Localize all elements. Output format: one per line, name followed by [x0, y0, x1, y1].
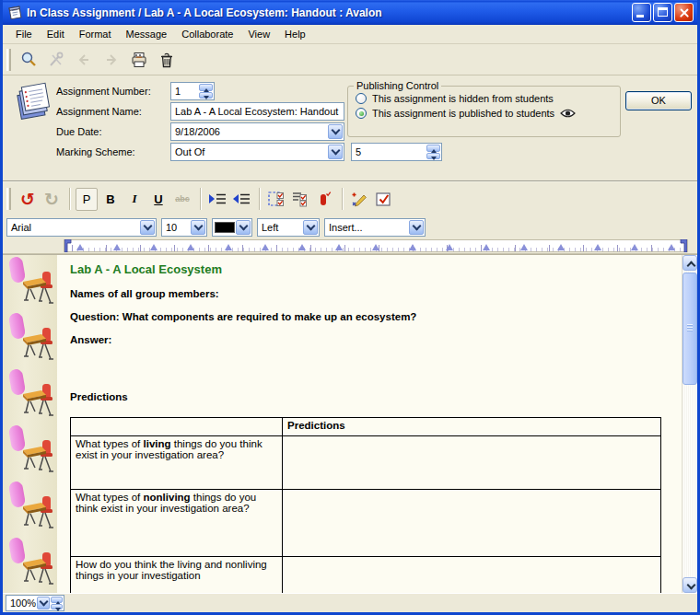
assignment-number-label: Assignment Number:	[56, 86, 151, 97]
checkbox-check-icon[interactable]	[372, 188, 394, 211]
assignment-stack-icon	[12, 79, 52, 122]
zoom-dropdown-icon[interactable]	[37, 597, 50, 609]
insert-dropdown-icon[interactable]	[409, 220, 424, 235]
format-toolbar-grip[interactable]	[6, 188, 11, 210]
question-cell: What types of living things do you think…	[71, 436, 283, 490]
zoom-value: 100%	[10, 598, 36, 609]
underline-button[interactable]: U	[147, 188, 169, 211]
alignment-value: Left	[262, 222, 278, 233]
alignment-combobox[interactable]: Left	[257, 218, 320, 237]
insert-combobox[interactable]: Insert...	[324, 218, 426, 237]
table-row: How do you think the living and nonlivin…	[71, 557, 661, 594]
back-arrow-icon	[72, 48, 96, 72]
paragraph-button[interactable]: P	[76, 188, 98, 211]
font-color-combobox[interactable]	[212, 218, 252, 237]
menu-collaborate[interactable]: Collaborate	[174, 27, 240, 41]
print-icon[interactable]	[127, 48, 151, 72]
ok-button[interactable]: OK	[625, 91, 692, 110]
window-title: In Class Assignment / Lab A - A Local Ec…	[27, 6, 632, 19]
marking-scheme-dropdown-icon[interactable]	[328, 145, 343, 159]
checkbox-select-icon[interactable]	[265, 188, 287, 211]
answer-cell[interactable]	[283, 557, 661, 594]
edit-pencil-icon[interactable]	[348, 188, 370, 211]
assignment-name-label: Assignment Name:	[56, 106, 142, 117]
question-cell: How do you think the living and nonlivin…	[71, 557, 283, 594]
insert-value: Insert...	[329, 222, 363, 233]
main-toolbar	[3, 44, 697, 75]
answer-line: Answer:	[70, 334, 682, 345]
sidebar-decor	[3, 255, 57, 593]
table-row: What types of nonliving things do you th…	[71, 490, 661, 557]
scroll-up-icon[interactable]	[682, 255, 697, 271]
delete-icon[interactable]	[155, 48, 179, 72]
due-date-value: 9/18/2006	[175, 126, 220, 137]
assignment-form: Assignment Number: 1 Assignment Name: Du…	[3, 75, 697, 182]
menu-format[interactable]: Format	[72, 27, 119, 41]
answer-cell[interactable]	[283, 436, 661, 490]
marking-out-of-spinner[interactable]	[426, 145, 440, 159]
bold-button[interactable]: B	[99, 188, 122, 211]
scrollbar-thumb[interactable]	[682, 273, 697, 385]
answer-cell[interactable]	[283, 490, 661, 557]
assignment-name-field[interactable]	[170, 102, 344, 121]
vertical-scrollbar[interactable]	[682, 255, 697, 593]
menu-view[interactable]: View	[240, 27, 277, 41]
radio-published-icon[interactable]	[356, 108, 367, 119]
font-family-dropdown-icon[interactable]	[140, 220, 155, 235]
assignment-name-input[interactable]	[175, 106, 342, 117]
radio-hidden-icon[interactable]	[356, 93, 367, 104]
question-text: What types of	[76, 438, 144, 449]
app-window: In Class Assignment / Lab A - A Local Ec…	[0, 0, 700, 615]
radio-published-option[interactable]: This assignment is published to students	[356, 108, 620, 119]
strikethrough-button: abc	[171, 188, 193, 211]
document-body[interactable]: Lab A - A Local Ecosystem Names of all g…	[57, 255, 682, 593]
due-date-combobox[interactable]: 9/18/2006	[170, 122, 344, 141]
toolbar-grip[interactable]	[6, 49, 11, 71]
scrollbar-track[interactable]	[682, 271, 697, 577]
table-header-empty	[71, 418, 283, 436]
menu-message[interactable]: Message	[119, 27, 175, 41]
menu-file[interactable]: File	[8, 27, 40, 41]
tools-icon	[44, 48, 68, 72]
radio-hidden-option[interactable]: This assignment is hidden from students	[356, 93, 620, 104]
font-size-combobox[interactable]: 10	[161, 218, 207, 237]
scroll-down-icon[interactable]	[682, 577, 697, 593]
question-cell: What types of nonliving things do you th…	[71, 490, 283, 557]
zoom-spinner[interactable]	[51, 597, 63, 609]
font-color-swatch	[215, 222, 235, 233]
assignment-number-field[interactable]: 1	[170, 82, 215, 100]
due-date-dropdown-icon[interactable]	[328, 124, 343, 139]
font-size-value: 10	[166, 222, 177, 233]
right-margin-marker[interactable]	[680, 239, 687, 252]
undo-icon[interactable]: ↺	[17, 188, 39, 211]
menu-help[interactable]: Help	[277, 27, 313, 41]
italic-button[interactable]: I	[123, 188, 146, 211]
app-icon	[7, 6, 23, 20]
maximize-button[interactable]	[653, 3, 672, 22]
publishing-control-group: Publishing Control This assignment is hi…	[347, 80, 621, 137]
due-date-label: Due Date:	[56, 126, 102, 137]
close-button[interactable]	[674, 3, 694, 22]
menu-edit[interactable]: Edit	[40, 27, 72, 41]
zoom-combobox[interactable]: 100%	[6, 595, 64, 611]
marking-scheme-value: Out Of	[175, 146, 204, 157]
marker-check-icon[interactable]	[313, 188, 335, 211]
left-margin-marker[interactable]	[64, 239, 72, 252]
question-bold-word: living	[144, 438, 171, 449]
checkbox-list-icon[interactable]	[289, 188, 311, 211]
font-family-value: Arial	[11, 222, 31, 233]
marking-scheme-label: Marking Scheme:	[56, 146, 135, 157]
minimize-button[interactable]	[632, 3, 651, 22]
table-header-predictions: Predictions	[283, 418, 661, 436]
font-size-dropdown-icon[interactable]	[191, 220, 205, 235]
assignment-number-spinner[interactable]	[199, 84, 213, 99]
alignment-dropdown-icon[interactable]	[303, 220, 318, 235]
title-bar: In Class Assignment / Lab A - A Local Ec…	[3, 0, 697, 25]
font-color-dropdown-icon[interactable]	[236, 220, 251, 235]
decrease-indent-icon[interactable]	[230, 188, 252, 211]
zoom-icon[interactable]	[17, 48, 41, 72]
marking-out-of-field[interactable]: 5	[351, 143, 442, 161]
marking-scheme-combobox[interactable]: Out Of	[170, 143, 344, 161]
increase-indent-icon[interactable]	[206, 188, 228, 211]
font-family-combobox[interactable]: Arial	[6, 218, 157, 237]
